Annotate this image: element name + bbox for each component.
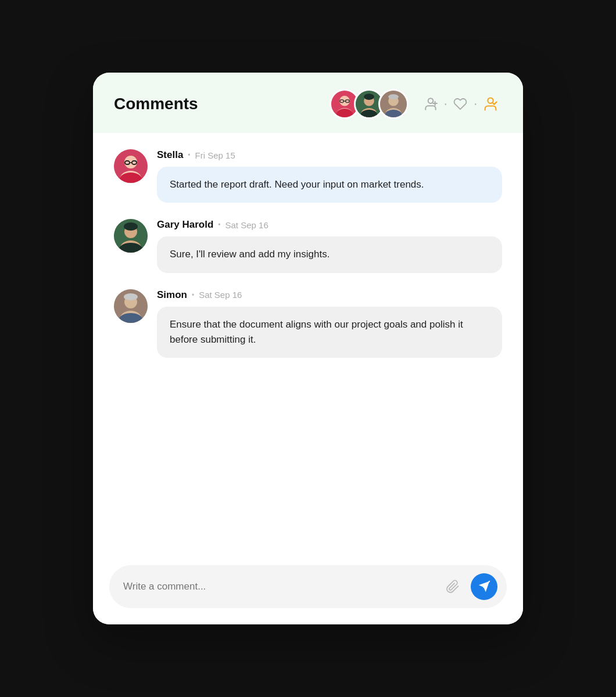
svg-point-27 [124, 156, 137, 168]
comment-row: Simon • Sat Sep 16 Ensure that the docum… [114, 289, 502, 358]
input-row [109, 565, 507, 608]
comment-bubble: Sure, I'll review and add my insights. [157, 236, 502, 272]
comment-author: Simon [157, 289, 187, 301]
comment-input[interactable] [123, 581, 435, 592]
header: Comments [93, 73, 523, 133]
header-right: • • [330, 89, 502, 119]
svg-point-8 [346, 102, 348, 103]
comment-bubble: Ensure that the document aligns with our… [157, 307, 502, 358]
comment-author: Gary Harold [157, 219, 213, 231]
comment-body-gary: Gary Harold • Sat Sep 16 Sure, I'll revi… [157, 219, 502, 272]
input-area [93, 554, 523, 624]
comment-meta-gary: Gary Harold • Sat Sep 16 [157, 219, 502, 231]
meta-dot: • [188, 151, 190, 159]
svg-point-20 [388, 94, 399, 99]
avatars-group [330, 89, 409, 119]
avatar-stella-comment [114, 149, 148, 183]
dot-separator-1: • [445, 101, 447, 107]
comments-card: Comments [93, 73, 523, 624]
svg-marker-44 [479, 581, 489, 592]
comments-area: Stella • Fri Sep 15 Started the report d… [93, 133, 523, 448]
send-button[interactable] [471, 573, 497, 600]
comment-date: Sat Sep 16 [199, 290, 242, 300]
meta-dot: • [218, 221, 220, 229]
comment-bubble: Started the report draft. Need your inpu… [157, 167, 502, 203]
bottom-spacer [114, 374, 502, 432]
svg-point-25 [488, 98, 493, 103]
svg-point-37 [124, 222, 138, 231]
comment-author: Stella [157, 149, 183, 161]
comment-meta-simon: Simon • Sat Sep 16 [157, 289, 502, 301]
dot-separator-2: • [474, 101, 477, 107]
avatar-simon-comment [114, 289, 148, 323]
page-title: Comments [114, 95, 198, 113]
comment-body-simon: Simon • Sat Sep 16 Ensure that the docum… [157, 289, 502, 358]
attach-button[interactable] [442, 576, 464, 598]
comment-body-stella: Stella • Fri Sep 15 Started the report d… [157, 149, 502, 203]
like-button[interactable] [449, 92, 472, 116]
avatar-simon [378, 89, 409, 119]
follow-button[interactable] [479, 92, 502, 116]
svg-point-22 [428, 98, 434, 103]
comment-meta-stella: Stella • Fri Sep 15 [157, 149, 502, 161]
avatar-gary-comment [114, 219, 148, 253]
svg-point-41 [124, 293, 138, 300]
svg-point-7 [342, 102, 343, 103]
comment-row: Stella • Fri Sep 15 Started the report d… [114, 149, 502, 203]
header-icons: • • [419, 92, 502, 116]
svg-point-15 [364, 94, 374, 100]
comment-row: Gary Harold • Sat Sep 16 Sure, I'll revi… [114, 219, 502, 272]
add-user-button[interactable] [419, 92, 442, 116]
meta-dot: • [192, 291, 194, 299]
comment-date: Fri Sep 15 [195, 150, 235, 160]
comment-date: Sat Sep 16 [225, 220, 268, 230]
